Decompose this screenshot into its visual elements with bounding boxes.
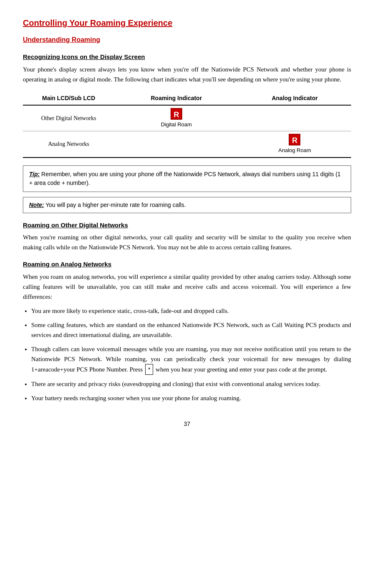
- tip-label: Tip:: [29, 171, 40, 177]
- table-row-analog: Analog Networks R Analog Roam: [23, 131, 351, 157]
- table-cell-digital-analog-indicator: [238, 105, 351, 131]
- table-row-digital: Other Digital Networks R Digital Roam: [23, 105, 351, 131]
- digital-roam-label: Digital Roam: [161, 121, 192, 129]
- understanding-roaming-heading: Understanding Roaming: [23, 35, 351, 45]
- tip-box: Tip: Remember, when you are using your p…: [23, 165, 351, 192]
- table-cell-digital-name: Other Digital Networks: [23, 105, 114, 131]
- bullet-1-text: You are more likely to experience static…: [31, 308, 229, 314]
- list-item-4: There are security and privacy risks (ea…: [31, 379, 351, 389]
- bullet-3-suffix: when you hear your greeting and enter yo…: [154, 366, 327, 373]
- table-cell-analog-name: Analog Networks: [23, 131, 114, 157]
- list-item-3: Though callers can leave voicemail messa…: [31, 344, 351, 375]
- bullet-4-text: There are security and privacy risks (ea…: [31, 381, 320, 387]
- analog-roam-icon: R: [289, 134, 300, 145]
- recognizing-icons-subheading: Recognizing Icons on the Display Screen: [23, 52, 351, 62]
- roaming-indicator-table: Main LCD/Sub LCD Roaming Indicator Analo…: [23, 92, 351, 158]
- intro-paragraph: Your phone's display screen always lets …: [23, 64, 351, 84]
- list-item-2: Some calling features, which are standar…: [31, 320, 351, 340]
- tip-text: Remember, when you are using your phone …: [29, 171, 341, 186]
- roaming-digital-heading: Roaming on Other Digital Networks: [23, 221, 351, 230]
- roaming-analog-intro: When you roam on analog networks, you wi…: [23, 272, 351, 302]
- roaming-analog-bullets: You are more likely to experience static…: [31, 306, 351, 403]
- roaming-analog-heading: Roaming on Analog Networks: [23, 260, 351, 269]
- list-item-1: You are more likely to experience static…: [31, 306, 351, 316]
- note-label: Note:: [29, 202, 44, 208]
- table-cell-analog-roam-icon: R Analog Roam: [238, 131, 351, 157]
- key-asterisk: *: [145, 364, 153, 375]
- bullet-2-text: Some calling features, which are standar…: [31, 322, 351, 338]
- bullet-5-text: Your battery needs recharging sooner whe…: [31, 395, 241, 401]
- list-item-5: Your battery needs recharging sooner whe…: [31, 393, 351, 403]
- table-header-analog-indicator: Analog Indicator: [238, 92, 351, 105]
- table-header-main-lcd: Main LCD/Sub LCD: [23, 92, 114, 105]
- table-cell-analog-roam-icon-empty: [114, 131, 238, 157]
- digital-roam-icon: R: [171, 108, 182, 120]
- page-title: Controlling Your Roaming Experience: [23, 17, 351, 29]
- analog-roam-label: Analog Roam: [278, 146, 311, 155]
- table-cell-digital-roam-icon: R Digital Roam: [114, 105, 238, 131]
- page-number: 37: [23, 420, 351, 428]
- table-header-roaming-indicator: Roaming Indicator: [114, 92, 238, 105]
- note-box: Note: You will pay a higher per-minute r…: [23, 197, 351, 213]
- note-text: You will pay a higher per-minute rate fo…: [44, 202, 186, 208]
- roaming-digital-text: When you're roaming on other digital net…: [23, 232, 351, 252]
